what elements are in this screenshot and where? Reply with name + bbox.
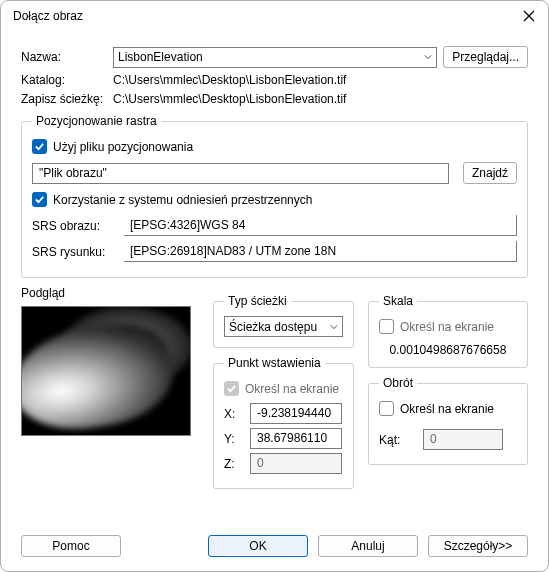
ok-button[interactable]: OK [208,535,308,557]
name-label: Nazwa: [21,50,113,64]
rotation-specify-checkbox[interactable]: Określ na ekranie [379,401,494,416]
y-value[interactable]: 38.67986110 [250,428,342,449]
check-icon [32,139,47,154]
scale-specify-checkbox: Określ na ekranie [379,319,494,334]
dialog-footer: Pomoc OK Anuluj Szczegóły>> [1,531,548,571]
catalog-label: Katalog: [21,73,113,87]
image-file-value: "Plik obrazu" [39,166,107,180]
y-label: Y: [224,432,240,446]
insertion-point-group: Punkt wstawienia Określ na ekranie X: -9… [213,356,354,489]
insertion-point-legend: Punkt wstawienia [224,356,325,370]
checkbox-icon [379,401,394,416]
close-icon[interactable] [522,9,536,23]
path-type-dropdown[interactable]: Ścieżka dostępu [224,316,343,337]
check-icon [32,192,47,207]
scale-specify-label: Określ na ekranie [400,320,494,334]
angle-value: 0 [423,429,503,450]
catalog-value: C:\Users\mmlec\Desktop\LisbonElevation.t… [113,73,528,87]
preview-label: Podgląd [21,286,199,300]
use-positioning-file-label: Użyj pliku pozycjonowania [53,140,193,154]
savepath-label: Zapisz ścieżkę: [21,92,113,106]
cancel-button[interactable]: Anuluj [318,535,418,557]
x-value[interactable]: -9.238194440 [250,403,342,424]
checkbox-icon [379,319,394,334]
use-srs-label: Korzystanie z systemu odniesień przestrz… [53,193,312,207]
attach-image-dialog: Dołącz obraz Nazwa: LisbonElevation Prze… [0,0,549,572]
use-srs-checkbox[interactable]: Korzystanie z systemu odniesień przestrz… [32,192,312,207]
window-title: Dołącz obraz [13,9,83,23]
srs-image-field[interactable]: [EPSG:4326]WGS 84 [124,215,517,236]
savepath-value: C:\Users\mmlec\Desktop\LisbonElevation.t… [113,92,528,106]
find-button[interactable]: Znajdź [463,162,517,184]
raster-positioning-group: Pozycjonowanie rastra Użyj pliku pozycjo… [21,114,528,278]
srs-drawing-value: [EPSG:26918]NAD83 / UTM zone 18N [130,244,336,258]
image-file-field[interactable]: "Plik obrazu" [32,163,449,184]
raster-positioning-legend: Pozycjonowanie rastra [32,114,161,128]
rotation-legend: Obrót [379,376,417,390]
insertion-specify-checkbox: Określ na ekranie [224,381,339,396]
path-type-legend: Typ ścieżki [224,294,291,308]
scale-legend: Skala [379,294,417,308]
srs-image-label: SRS obrazu: [32,219,124,233]
x-label: X: [224,407,240,421]
titlebar: Dołącz obraz [1,1,548,31]
browse-button[interactable]: Przeglądaj... [443,46,528,68]
check-icon [224,381,239,396]
srs-drawing-label: SRS rysunku: [32,245,124,259]
chevron-down-icon [330,323,338,331]
angle-label: Kąt: [379,433,413,447]
name-dropdown-value: LisbonElevation [118,50,424,64]
scale-group: Skala Określ na ekranie 0.00104986876766… [368,294,528,368]
srs-drawing-field[interactable]: [EPSG:26918]NAD83 / UTM zone 18N [124,241,517,262]
path-type-value: Ścieżka dostępu [229,320,330,334]
details-button[interactable]: Szczegóły>> [428,535,528,557]
preview-image [21,306,191,436]
name-dropdown[interactable]: LisbonElevation [113,47,437,68]
rotation-specify-label: Określ na ekranie [400,402,494,416]
scale-value: 0.0010498687676658 [379,343,517,357]
rotation-group: Obrót Określ na ekranie Kąt: 0 [368,376,528,465]
path-type-group: Typ ścieżki Ścieżka dostępu [213,294,354,348]
use-positioning-file-checkbox[interactable]: Użyj pliku pozycjonowania [32,139,193,154]
help-button[interactable]: Pomoc [21,535,121,557]
srs-image-value: [EPSG:4326]WGS 84 [130,218,245,232]
dialog-body: Nazwa: LisbonElevation Przeglądaj... Kat… [1,31,548,531]
preview-column: Podgląd [21,286,199,497]
chevron-down-icon [424,53,432,61]
z-value: 0 [250,453,342,474]
insertion-specify-label: Określ na ekranie [245,382,339,396]
z-label: Z: [224,457,240,471]
